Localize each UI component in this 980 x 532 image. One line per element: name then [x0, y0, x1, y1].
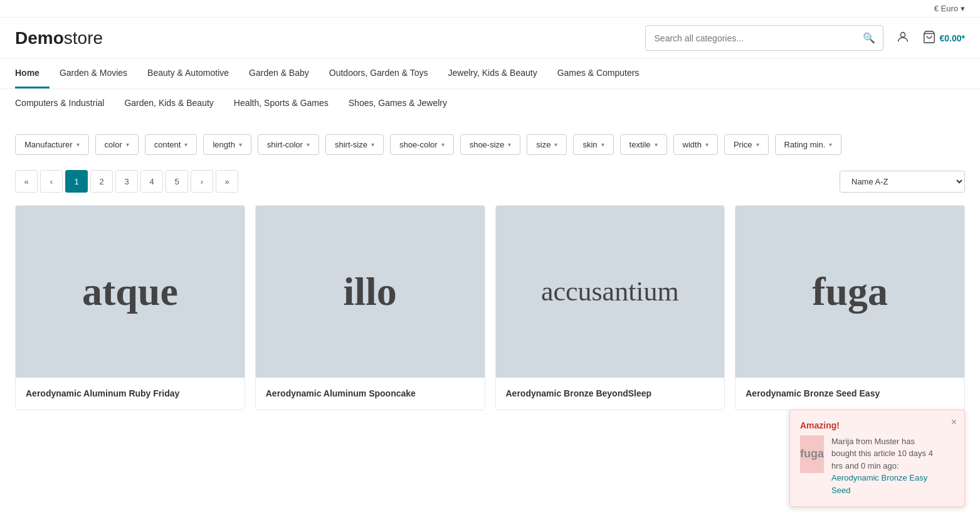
filter-button-shoe-color[interactable]: shoe-color▾ [390, 134, 454, 155]
product-image-text-3: fuga [812, 269, 888, 315]
filter-label: content [154, 140, 181, 149]
pagination-page-3[interactable]: 3 [115, 170, 138, 193]
user-icon [896, 30, 910, 46]
filter-chevron-icon: ▾ [184, 141, 187, 148]
filter-chevron-icon: ▾ [601, 141, 604, 148]
pagination-sort-bar: «‹12345›» Name A-ZName Z-APrice AscPrice… [0, 162, 980, 200]
filter-chevron-icon: ▾ [554, 141, 557, 148]
filter-area: Manufacturer▾color▾content▾length▾shirt-… [0, 117, 980, 162]
product-name-3: Aerodynamic Bronze Seed Easy [746, 388, 954, 400]
product-image-2: accusantium [496, 206, 725, 378]
cart-icon-button[interactable]: €0.00* [922, 30, 965, 46]
sort-select[interactable]: Name A-ZName Z-APrice AscPrice DescNewes… [840, 171, 965, 193]
filter-label: Price [734, 140, 752, 149]
filter-label: shoe-color [399, 140, 438, 149]
product-grid: atque Aerodynamic Aluminum Ruby Friday i… [0, 200, 980, 430]
secondary-nav-item-1[interactable]: Garden, Kids & Beauty [114, 94, 223, 112]
filter-button-shirt-color[interactable]: shirt-color▾ [258, 134, 319, 155]
pagination: «‹12345›» [15, 170, 238, 193]
primary-nav-item-1[interactable]: Garden & Movies [50, 59, 137, 88]
filter-button-manufacturer[interactable]: Manufacturer▾ [15, 134, 89, 155]
product-image-text-0: atque [82, 269, 178, 315]
filter-label: color [105, 140, 122, 149]
product-name-0: Aerodynamic Aluminum Ruby Friday [26, 388, 234, 400]
search-input[interactable] [646, 27, 855, 50]
filter-button-width[interactable]: width▾ [673, 134, 718, 155]
toast-title: Amazing! [800, 420, 939, 430]
logo-rest: store [64, 28, 103, 48]
product-card-0[interactable]: atque Aerodynamic Aluminum Ruby Friday [15, 205, 245, 410]
filter-button-size[interactable]: size▾ [527, 134, 567, 155]
product-image-text-2: accusantium [541, 275, 679, 307]
primary-nav-item-4[interactable]: Outdoors, Garden & Toys [319, 59, 438, 88]
filter-chevron-icon: ▾ [756, 141, 759, 148]
pagination-first[interactable]: « [15, 170, 38, 193]
filter-button-price[interactable]: Price▾ [724, 134, 769, 155]
filter-chevron-icon: ▾ [655, 141, 658, 148]
filter-label: shirt-size [335, 140, 367, 149]
filter-label: textile [630, 140, 651, 149]
site-logo[interactable]: Demostore [15, 28, 103, 48]
pagination-page-1[interactable]: 1 [65, 170, 88, 193]
currency-selector[interactable]: € Euro ▾ [934, 4, 965, 13]
search-bar: 🔍 [645, 25, 883, 51]
primary-nav-item-5[interactable]: Jewelry, Kids & Beauty [438, 59, 547, 88]
filter-button-rating-min.[interactable]: Rating min.▾ [775, 134, 842, 155]
cart-amount: €0.00* [940, 33, 965, 43]
pagination-last[interactable]: » [216, 170, 238, 193]
primary-nav-item-6[interactable]: Games & Computers [547, 59, 650, 88]
toast-notification: × Amazing! fuga Marija from Muster has b… [789, 410, 965, 431]
filter-chevron-icon: ▾ [508, 141, 511, 148]
filter-label: size [536, 140, 551, 149]
secondary-nav-item-0[interactable]: Computers & Industrial [15, 94, 114, 112]
filter-chevron-icon: ▾ [76, 141, 80, 148]
product-image-1: illo [256, 206, 485, 378]
filter-label: width [683, 140, 702, 149]
product-image-3: fuga [735, 206, 964, 378]
product-card-3[interactable]: fuga Aerodynamic Bronze Seed Easy [735, 205, 965, 410]
product-info-3: Aerodynamic Bronze Seed Easy [735, 378, 964, 410]
filter-chevron-icon: ▾ [441, 141, 445, 148]
toast-close-button[interactable]: × [951, 417, 957, 428]
filter-button-shoe-size[interactable]: shoe-size▾ [460, 134, 521, 155]
primary-nav-item-0[interactable]: Home [15, 59, 50, 88]
primary-nav-item-2[interactable]: Beauty & Automotive [137, 59, 239, 88]
filter-button-shirt-size[interactable]: shirt-size▾ [325, 134, 384, 155]
filter-button-color[interactable]: color▾ [95, 134, 139, 155]
primary-nav: HomeGarden & MoviesBeauty & AutomotiveGa… [0, 59, 980, 89]
product-info-1: Aerodynamic Aluminum Spooncake [256, 378, 485, 410]
logo-strong: Demo [15, 28, 64, 48]
search-button[interactable]: 🔍 [855, 26, 883, 50]
product-image-text-1: illo [343, 269, 396, 315]
product-card-2[interactable]: accusantium Aerodynamic Bronze BeyondSle… [495, 205, 725, 410]
filter-chevron-icon: ▾ [126, 141, 129, 148]
secondary-nav-item-2[interactable]: Health, Sports & Games [224, 94, 339, 112]
filter-button-length[interactable]: length▾ [203, 134, 251, 155]
cart-icon [922, 30, 936, 46]
pagination-prev[interactable]: ‹ [40, 170, 63, 193]
product-card-1[interactable]: illo Aerodynamic Aluminum Spooncake [255, 205, 485, 410]
filter-button-content[interactable]: content▾ [145, 134, 198, 155]
pagination-page-4[interactable]: 4 [140, 170, 163, 193]
filter-label: Manufacturer [24, 140, 73, 149]
user-icon-button[interactable] [896, 30, 910, 46]
product-name-2: Aerodynamic Bronze BeyondSleep [506, 388, 715, 400]
filter-label: shoe-size [470, 140, 505, 149]
top-bar: € Euro ▾ [0, 0, 980, 18]
pagination-page-2[interactable]: 2 [90, 170, 113, 193]
header: Demostore 🔍 €0.00* [0, 18, 980, 59]
secondary-nav-item-3[interactable]: Shoes, Games & Jewelry [339, 94, 457, 112]
product-info-2: Aerodynamic Bronze BeyondSleep [496, 378, 725, 410]
svg-point-0 [900, 33, 905, 37]
pagination-next[interactable]: › [191, 170, 213, 193]
filter-chevron-icon: ▾ [371, 141, 374, 148]
product-image-0: atque [16, 206, 245, 378]
filter-button-skin[interactable]: skin▾ [573, 134, 613, 155]
currency-label: € Euro [934, 4, 958, 13]
filter-chevron-icon: ▾ [307, 141, 310, 148]
filter-button-textile[interactable]: textile▾ [620, 134, 667, 155]
pagination-page-5[interactable]: 5 [166, 170, 188, 193]
filter-label: length [213, 140, 234, 149]
primary-nav-item-3[interactable]: Garden & Baby [239, 59, 319, 88]
secondary-nav: Computers & IndustrialGarden, Kids & Bea… [0, 89, 980, 117]
